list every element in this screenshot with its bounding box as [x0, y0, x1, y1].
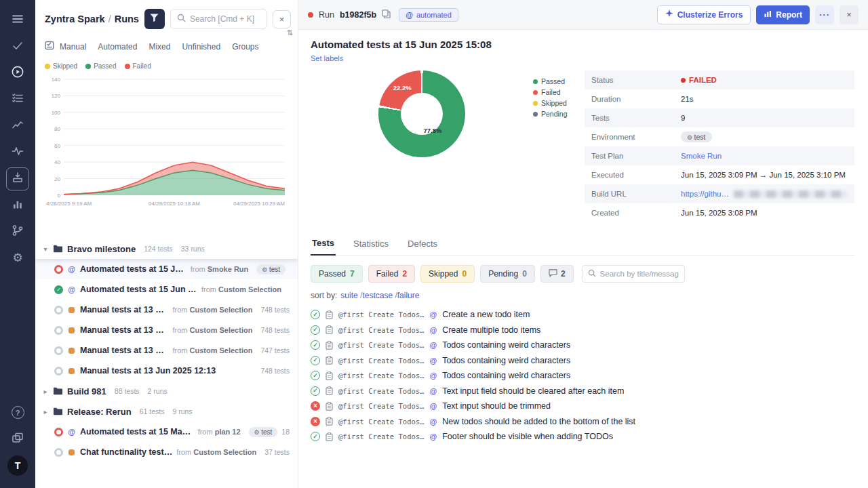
nav-runs-button[interactable]	[6, 62, 29, 85]
run-status-icon	[54, 326, 63, 335]
filter-chip[interactable]: Failed 2	[368, 265, 415, 283]
run-source: Custom Selection	[172, 346, 252, 354]
svg-text:04/29/2025 10:29 AM: 04/29/2025 10:29 AM	[233, 201, 285, 207]
test-row[interactable]: @first Create Todos… @ Footer should be …	[311, 429, 854, 445]
run-title: Build 981	[67, 386, 106, 396]
chevron-icon[interactable]: ▸	[42, 388, 49, 395]
automated-icon: @	[429, 387, 437, 395]
runs-filter-tab[interactable]: Unfinished	[182, 42, 220, 52]
sort-order-icon[interactable]: ⇅	[287, 28, 293, 37]
nav-suites-button[interactable]	[6, 88, 29, 111]
tree-item[interactable]: ▾ Bravo milestone 124 tests 33 runs	[35, 239, 298, 259]
testcase-icon	[326, 371, 333, 380]
run-type-icon	[67, 286, 76, 293]
tree-item[interactable]: Manual tests at 13 Jun 2025 12:17 Custom…	[35, 300, 298, 320]
comments-chip[interactable]: 2	[540, 265, 574, 283]
filter-chip[interactable]: Skipped 0	[420, 265, 475, 283]
tree-item[interactable]: Automated tests at 15 Jun 2025 15:08 Smo…	[35, 259, 298, 279]
panel-close-button[interactable]: ×	[273, 10, 291, 28]
detail-label: Executed	[591, 171, 681, 179]
main-tab[interactable]: Statistics	[352, 235, 390, 255]
nav-help-button[interactable]: ?	[6, 401, 29, 424]
detail-value-text[interactable]: https://github.com/	[681, 190, 732, 198]
svg-text:140: 140	[52, 77, 61, 83]
page-title: Automated tests at 15 Jun 2025 15:08	[311, 39, 854, 50]
nav-pulse-button[interactable]	[6, 141, 29, 164]
chevron-icon[interactable]: ▸	[42, 408, 49, 415]
test-row[interactable]: @first Create Todos… @ Create a new todo…	[311, 307, 854, 323]
test-title: New todos should be added to the bottom …	[442, 417, 635, 426]
main-tab[interactable]: Defects	[406, 235, 439, 255]
copy-run-id-button[interactable]	[382, 9, 391, 20]
nav-import-button[interactable]	[6, 167, 29, 190]
close-run-button[interactable]: ×	[840, 5, 859, 24]
run-title: Automated tests at 15 Jun 2025 15:01	[80, 285, 197, 294]
more-actions-button[interactable]: ···	[815, 5, 834, 24]
run-detail-tabs: TestsStatisticsDefects	[311, 235, 854, 256]
sort-option-link[interactable]: suite	[340, 291, 362, 300]
main-tab[interactable]: Tests	[311, 235, 336, 256]
nav-tests-button[interactable]	[6, 35, 29, 58]
testcase-icon	[326, 325, 333, 334]
runs-panel-header: Zyntra Spark / Runs ×	[35, 0, 298, 35]
set-labels-link[interactable]: Set labels	[311, 54, 343, 62]
detail-value-text[interactable]: Smoke Run	[681, 152, 722, 160]
tree-item[interactable]: Chat functinality test Copy Custom Selec…	[35, 442, 298, 462]
nav-analytics-button[interactable]	[6, 115, 29, 138]
breadcrumb-project[interactable]: Zyntra Spark	[45, 14, 105, 24]
tree-item[interactable]: Manual tests at 13 Jun 2025 12:13 Custom…	[35, 340, 298, 361]
nav-branches-button[interactable]	[6, 220, 29, 243]
workspace-logo[interactable]: T	[6, 454, 29, 477]
test-row[interactable]: @first Create Todos… @ New todos should …	[311, 414, 854, 430]
test-status-icon	[311, 325, 320, 335]
test-suite-path: @first Create Todos…	[338, 432, 424, 441]
tree-item[interactable]: Manual tests at 13 Jun 2025 12:13 748 te…	[35, 361, 298, 381]
test-row[interactable]: @first Create Todos… @ Text input field …	[311, 384, 854, 399]
filter-chip[interactable]: Pending 0	[480, 265, 535, 283]
nav-reports-button[interactable]	[6, 194, 29, 217]
test-row[interactable]: @first Create Todos… @ Create multiple t…	[311, 323, 854, 338]
filter-chip-count: 2	[402, 269, 407, 279]
clusterize-errors-button[interactable]: Clusterize Errors	[657, 5, 751, 24]
test-row[interactable]: @first Create Todos… @ Todos containing …	[311, 368, 854, 384]
donut-chart	[378, 70, 465, 157]
svg-text:40: 40	[54, 159, 60, 165]
chevron-icon[interactable]: ▾	[42, 245, 49, 253]
runs-filter-tab[interactable]: Automated	[98, 42, 137, 52]
play-circle-icon	[11, 65, 24, 81]
runs-area-chart: 1401201008060402004/28/2025 9:19 AM04/29…	[43, 73, 288, 211]
nav-menu-button[interactable]	[6, 9, 29, 32]
tests-search-input[interactable]	[600, 270, 679, 278]
nav-projects-button[interactable]	[6, 428, 29, 451]
run-tests-count: 748 tests	[260, 306, 290, 314]
donut-legend-label: Pending	[541, 110, 568, 118]
runs-filter-tab[interactable]: Groups	[232, 42, 258, 52]
sort-option-link[interactable]: failure	[397, 291, 420, 300]
test-row[interactable]: @first Create Todos… @ Todos containing …	[311, 338, 854, 353]
report-button[interactable]: Report	[756, 5, 810, 24]
runs-filter-tab[interactable]: Mixed	[149, 42, 170, 52]
tree-item[interactable]: Automated tests at 15 May 2025 12:32 pla…	[35, 422, 298, 442]
run-title: Manual tests at 13 Jun 2025 12:13	[80, 366, 216, 375]
runs-search-input[interactable]	[190, 14, 260, 24]
detail-label: Created	[591, 209, 681, 217]
sort-option-link[interactable]: testcase	[362, 291, 397, 300]
import-icon	[12, 171, 24, 186]
test-row[interactable]: @first Create Todos… @ Text input should…	[311, 399, 854, 414]
runs-filter-tab[interactable]: Manual	[60, 42, 86, 52]
tree-item[interactable]: Automated tests at 15 Jun 2025 15:01 Cus…	[35, 279, 298, 300]
test-suite-path: @first Create Todos…	[338, 341, 424, 349]
run-source: plan 12	[198, 428, 241, 436]
test-row[interactable]: @first Create Todos… @ Todos containing …	[311, 353, 854, 369]
tree-item[interactable]: Manual tests at 13 Jun 2025 12:16 Custom…	[35, 320, 298, 340]
run-type-icon	[67, 428, 76, 436]
test-title: Todos containing weird characters	[442, 340, 570, 350]
tree-item[interactable]: ▸ Build 981 88 tests 2 runs	[35, 381, 298, 401]
svg-text:80: 80	[54, 126, 60, 132]
automated-badge[interactable]: @ automated	[399, 8, 458, 22]
donut-legend-dot	[533, 90, 538, 95]
filter-chip[interactable]: Passed 7	[311, 265, 363, 283]
tree-item[interactable]: ▸ Release: Rerun 61 tests 9 runs	[35, 401, 298, 422]
nav-settings-button[interactable]: ⚙	[6, 247, 29, 270]
filter-button[interactable]	[144, 9, 165, 29]
